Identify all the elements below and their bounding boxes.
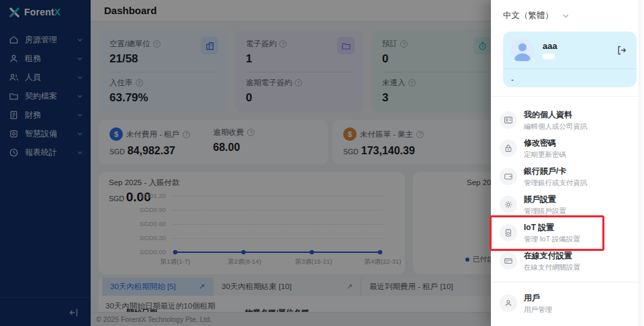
drawer-item-bank-card[interactable]: 銀行賬戶/卡 管理銀行或支付資訊 xyxy=(491,162,640,191)
account-menu: 我的個人資料 編輯個人或公司資訊 修改密碼 定期更新密碼 銀行賬戶/卡 管理銀行… xyxy=(491,96,640,317)
menu-item-title: 賬戶設置 xyxy=(524,194,566,205)
account-drawer: 中文（繁體） aaa - xyxy=(491,0,644,326)
menu-item-title: 在線支付設置 xyxy=(524,250,580,262)
credit-card-icon xyxy=(500,252,517,270)
menu-item-title: 銀行賬戶/卡 xyxy=(524,166,588,177)
drawer-mask[interactable] xyxy=(0,0,491,326)
user-card[interactable]: aaa - xyxy=(503,32,637,87)
language-label: 中文（繁體） xyxy=(503,10,553,21)
iot-device-icon xyxy=(500,224,517,241)
lock-icon xyxy=(500,140,517,157)
logout-icon[interactable] xyxy=(616,45,627,56)
menu-item-title: 我的個人資料 xyxy=(524,109,588,121)
drawer-item-profile[interactable]: 我的個人資料 編輯個人或公司資訊 xyxy=(491,106,640,134)
wallet-icon xyxy=(500,168,517,185)
menu-item-subtitle: 管理 IoT 設備設置 xyxy=(524,235,580,244)
person-avatar-icon xyxy=(510,38,535,62)
drawer-item-iot-settings[interactable]: IoT 設置 管理 IoT 設備設置 xyxy=(491,219,640,247)
user-name: aaa xyxy=(543,41,616,51)
menu-item-subtitle: 編輯個人或公司資訊 xyxy=(524,122,588,131)
user-role-badge xyxy=(543,54,555,59)
gear-icon xyxy=(500,196,517,213)
menu-item-subtitle: 管理賬戶設置 xyxy=(524,207,566,216)
menu-item-subtitle: 定期更新密碼 xyxy=(524,150,566,160)
drawer-item-account-settings[interactable]: 賬戶設置 管理賬戶設置 xyxy=(491,191,640,219)
menu-item-subtitle: 在線支付網關設置 xyxy=(524,263,580,272)
menu-item-subtitle: 用戶管理 xyxy=(524,305,552,315)
profile-card-icon xyxy=(500,111,517,129)
menu-item-subtitle: 管理銀行或支付資訊 xyxy=(524,178,588,188)
drawer-item-online-payment[interactable]: 在線支付設置 在線支付網關設置 xyxy=(491,247,640,275)
chevron-down-icon xyxy=(563,14,569,18)
user-icon xyxy=(500,294,517,312)
drawer-item-users[interactable]: 用戶 用戶管理 xyxy=(491,289,640,317)
divider xyxy=(491,282,640,282)
drawer-item-change-password[interactable]: 修改密碼 定期更新密碼 xyxy=(491,134,640,162)
menu-item-title: IoT 設置 xyxy=(524,222,580,233)
menu-item-title: 用戶 xyxy=(524,292,552,304)
language-selector[interactable]: 中文（繁體） xyxy=(491,0,644,21)
menu-item-title: 修改密碼 xyxy=(524,138,566,149)
user-meta: - xyxy=(503,69,637,85)
app-root: ForentX 房源管理 租務 人員 契約檔案 xyxy=(0,0,644,326)
drawer-scrollbar[interactable] xyxy=(639,0,643,326)
